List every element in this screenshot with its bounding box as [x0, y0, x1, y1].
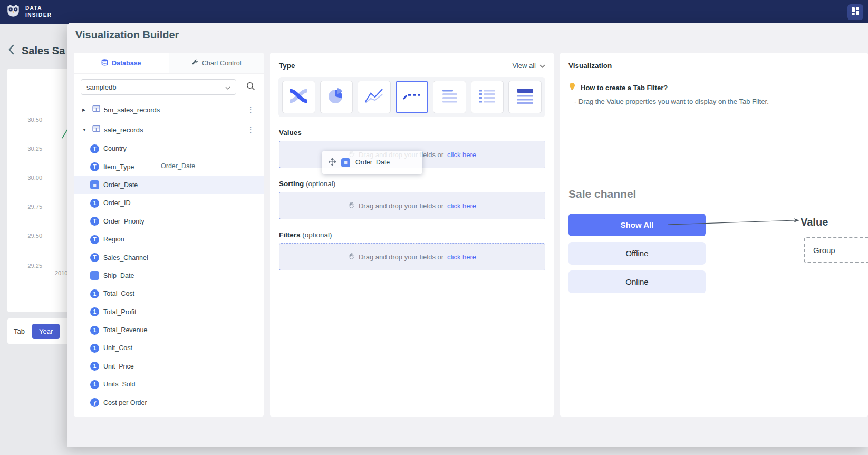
line-chart-icon — [364, 87, 384, 107]
chart-type-table[interactable] — [508, 81, 542, 113]
table-row-sale-records[interactable]: ▼ sale_records ⋮ — [74, 120, 264, 140]
number-field-icon: 1 — [90, 199, 99, 208]
view-all-button[interactable]: View all — [512, 62, 545, 70]
database-select-value: sampledb — [86, 83, 116, 91]
back-button[interactable] — [8, 44, 15, 57]
page-header: Sales Sa — [8, 44, 65, 57]
filter-tab-year[interactable]: Year — [32, 324, 60, 339]
click-here-link[interactable]: click here — [447, 151, 476, 159]
chart-config-panel: Type View all — [270, 53, 554, 417]
field-row-item-type[interactable]: T Item_Type — [74, 158, 264, 176]
caret-collapsed-icon[interactable]: ▶ — [82, 108, 89, 112]
field-row-order-id[interactable]: 1 Order_ID — [74, 194, 264, 212]
dropzone-text: Drag and drop your fields or — [359, 202, 443, 210]
field-row-unit-cost[interactable]: 1 Unit_Cost — [74, 339, 264, 357]
y-axis-label: 30.25 — [18, 146, 42, 152]
field-row-total-cost[interactable]: 1 Total_Cost — [74, 285, 264, 303]
chart-type-sankey[interactable] — [282, 81, 315, 113]
field-label: Cost per Order — [103, 399, 147, 406]
chart-type-bullet-list[interactable] — [471, 81, 504, 113]
field-row-ship-date[interactable]: ≡ Ship_Date — [74, 267, 264, 285]
tab-database[interactable]: Database — [74, 53, 169, 73]
type-header: Type View all — [270, 53, 554, 70]
table-icon — [92, 125, 100, 134]
sorting-dropzone[interactable]: Drag and drop your fields or click here — [279, 192, 545, 219]
drag-ghost-label: Order_Date — [355, 159, 390, 166]
field-label: Total_Revenue — [103, 326, 147, 334]
field-row-order-date[interactable]: ≡ Order_Date — [74, 176, 264, 194]
drag-ghost-card: ≡ Order_Date — [322, 151, 422, 174]
number-field-icon: 1 — [90, 380, 99, 389]
brand-logo[interactable]: DATA INSIDER — [5, 3, 52, 21]
annotation-value-label: Value — [801, 216, 828, 228]
field-row-region[interactable]: T Region — [74, 230, 264, 248]
field-row-country[interactable]: T Country — [74, 140, 264, 158]
text-field-icon: T — [90, 162, 99, 171]
filters-dropzone[interactable]: Drag and drop your fields or click here — [279, 243, 545, 270]
field-row-units-sold[interactable]: 1 Units_Sold — [74, 375, 264, 393]
field-row-total-revenue[interactable]: 1 Total_Revenue — [74, 321, 264, 339]
page-title: Sales Sa — [22, 45, 65, 57]
grid-icon — [851, 7, 860, 17]
filters-section-label: Filters (optional) — [279, 231, 554, 239]
field-row-cost-per-order[interactable]: f Cost per Order — [74, 393, 264, 411]
database-panel: Database Chart Control sampledb — [74, 53, 264, 417]
text-field-icon: T — [90, 144, 99, 153]
visualization-panel: Visualization How to create a Tab Filter… — [560, 53, 868, 417]
table-row-5m-sales-records[interactable]: ▶ 5m_sales_records ⋮ — [74, 100, 264, 120]
top-navbar: DATA INSIDER — [0, 0, 868, 24]
field-row-sales-channel[interactable]: T Sales_Channel — [74, 248, 264, 266]
field-label: Item_Type — [103, 163, 134, 171]
tip-body: - Drag the Value properties you want to … — [574, 98, 868, 105]
chart-type-line[interactable] — [358, 81, 391, 113]
filter-tab-label[interactable]: Tab — [14, 327, 25, 335]
database-select[interactable]: sampledb — [81, 79, 236, 95]
field-row-order-priority[interactable]: T Order_Priority — [74, 212, 264, 230]
search-icon[interactable] — [246, 81, 255, 93]
caret-expanded-icon[interactable]: ▼ — [82, 128, 89, 132]
preview-button-offline[interactable]: Offline — [568, 242, 706, 265]
values-dropzone[interactable]: Drag and drop your fields or click here … — [279, 141, 545, 168]
lightbulb-icon — [568, 82, 576, 93]
click-here-link[interactable]: click here — [447, 253, 476, 261]
table-name: sale_records — [104, 126, 143, 134]
date-field-icon: ≡ — [90, 180, 99, 189]
click-here-link[interactable]: click here — [447, 202, 476, 210]
chart-type-strip — [278, 77, 545, 117]
move-icon — [329, 158, 336, 167]
field-row-unit-price[interactable]: 1 Unit_Price — [74, 357, 264, 375]
chevron-down-icon — [539, 62, 545, 70]
visualization-header: Visualization — [560, 53, 868, 70]
preview-button-online[interactable]: Online — [568, 270, 706, 293]
field-row-total-profit[interactable]: 1 Total_Profit — [74, 303, 264, 321]
kebab-menu-icon[interactable]: ⋮ — [245, 125, 256, 134]
annotation-arrow — [668, 217, 801, 230]
tip-title: How to create a Tab Filter? — [581, 84, 668, 92]
chevron-down-icon — [225, 83, 230, 91]
table-chart-icon — [515, 87, 535, 107]
database-search-row: sampledb — [81, 79, 255, 95]
wrench-icon — [191, 59, 198, 67]
field-label: Unit_Cost — [103, 344, 132, 352]
tab-chart-control[interactable]: Chart Control — [169, 53, 264, 73]
brand-name: DATA INSIDER — [25, 5, 52, 18]
tip-row: How to create a Tab Filter? — [568, 82, 868, 93]
kebab-menu-icon[interactable]: ⋮ — [245, 105, 256, 114]
field-label: Order_Date — [103, 181, 138, 189]
dashed-line-chart-icon — [402, 87, 422, 107]
field-label: Country — [103, 145, 127, 152]
pie-chart-icon — [326, 87, 346, 107]
dropzone-text: Drag and drop your fields or — [359, 253, 443, 261]
tab-chart-control-label: Chart Control — [202, 60, 241, 67]
y-axis-label: 29.50 — [18, 233, 42, 239]
tab-database-label: Database — [112, 60, 141, 67]
dashboard-grid-button[interactable] — [847, 4, 863, 20]
chart-type-list[interactable] — [433, 81, 466, 113]
field-label: Units_Sold — [103, 381, 135, 388]
visualization-builder-modal: Visualization Builder Order_Date Databas… — [67, 23, 868, 447]
chart-type-dashed-line[interactable] — [396, 81, 429, 113]
drag-hand-icon — [348, 201, 355, 210]
chart-type-pie[interactable] — [320, 81, 353, 113]
annotation-group-box[interactable]: Group — [804, 237, 868, 263]
list-icon — [440, 87, 460, 107]
